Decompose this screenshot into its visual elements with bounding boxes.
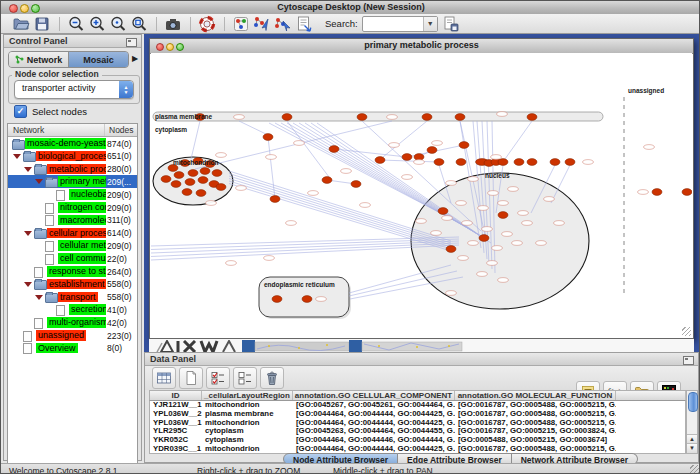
network-node[interactable] (479, 235, 489, 242)
tree-row-transport[interactable]: transport558(0) (8, 291, 137, 304)
network-node[interactable] (174, 172, 184, 179)
window-resize-grip[interactable] (682, 327, 691, 336)
expander-icon[interactable] (13, 154, 21, 159)
tree-col-network[interactable]: Network (13, 125, 44, 135)
network-node[interactable] (196, 190, 206, 197)
tree-row-metabolic-process[interactable]: metabolic process280(0) (8, 163, 137, 176)
network-node[interactable] (216, 184, 226, 191)
table-col-header[interactable]: _cellularLayoutRegion (202, 391, 293, 400)
network-node[interactable] (498, 159, 508, 166)
network-node[interactable] (527, 114, 537, 121)
tree-row-cellular-metabol[interactable]: cellular metabol209(0) (8, 239, 137, 252)
zoom-out-button[interactable] (66, 15, 85, 33)
zoom-view-icon[interactable] (176, 43, 184, 51)
select-nodes-checkbox[interactable]: ✓ (14, 105, 27, 118)
minimize-window-icon[interactable] (20, 4, 29, 13)
network-node[interactable] (550, 159, 560, 166)
search-dropdown-arrow-icon[interactable]: ▼ (423, 17, 437, 31)
network-node[interactable] (455, 114, 465, 121)
close-view-icon[interactable] (156, 43, 164, 51)
table-col-header[interactable]: annotation.GO MOLECULAR_FUNCTION (455, 391, 616, 400)
network-node[interactable] (514, 159, 524, 166)
network-node[interactable] (427, 147, 437, 154)
network-node[interactable] (446, 246, 456, 253)
network-node[interactable] (161, 176, 171, 183)
expander-icon[interactable] (35, 295, 43, 300)
filter-button[interactable] (294, 15, 313, 33)
select-attributes-button[interactable] (206, 367, 230, 389)
network-node[interactable] (185, 179, 195, 186)
network-node[interactable] (682, 189, 692, 196)
network-node[interactable] (434, 159, 444, 166)
table-col-header[interactable]: ID (150, 391, 202, 400)
zoom-in-button[interactable] (87, 15, 106, 33)
tree-row-nucleobase-[interactable]: nucleobase-209(0) (8, 188, 137, 201)
help-button[interactable] (197, 15, 216, 33)
search-box[interactable]: ▼ (362, 16, 438, 32)
vizmapper-button[interactable] (231, 15, 250, 33)
export-network-button[interactable] (273, 15, 292, 33)
network-node[interactable] (272, 296, 282, 303)
open-file-button[interactable] (11, 15, 30, 33)
tab-mosaic[interactable]: Mosaic (69, 52, 128, 67)
resize-grip[interactable] (690, 465, 700, 474)
tree-row-response-to-stimul[interactable]: response to stimul264(0) (8, 265, 137, 278)
tree-row-mosaic-demo-yeast[interactable]: mosaic-demo-yeast874(0) (8, 137, 137, 150)
tree-row-biological-process[interactable]: biological_process651(0) (8, 150, 137, 163)
table-row[interactable]: YJR121W__1mitochondrion[GO:0045267, GO:0… (150, 401, 685, 410)
tree-row-cellular-process[interactable]: cellular process614(0) (8, 227, 137, 240)
network-view-window[interactable]: primary metabolic process plasma (149, 38, 694, 339)
tree-row-nitrogen-compo[interactable]: nitrogen compo209(0) (8, 201, 137, 214)
network-node[interactable] (200, 168, 210, 175)
network-node[interactable] (302, 296, 312, 303)
new-attribute-button[interactable] (179, 367, 203, 389)
network-node[interactable] (322, 177, 332, 184)
network-node[interactable] (188, 170, 198, 177)
table-row[interactable]: YLR295Ccytoplasm[GO:0045263, GO:0044464,… (150, 427, 685, 436)
network-canvas[interactable]: plasma membrane cytoplasm mitochondrion … (151, 53, 692, 337)
expander-icon[interactable] (35, 179, 43, 184)
attribute-table-button[interactable] (152, 367, 176, 389)
save-session-button[interactable] (32, 15, 51, 33)
network-node[interactable] (198, 177, 208, 184)
tree-col-nodes[interactable]: Nodes (109, 125, 134, 135)
unselect-attributes-button[interactable] (233, 367, 257, 389)
network-node[interactable] (357, 114, 367, 121)
tree-row-unassigned[interactable]: unassigned223(0) (8, 329, 137, 342)
tree-row-multi-organism-pro[interactable]: multi-organism pro42(0) (8, 316, 137, 329)
float-panel-icon[interactable] (126, 38, 137, 47)
scroll-down-icon[interactable]: ▼ (687, 443, 697, 453)
search-input[interactable] (363, 17, 423, 31)
network-node[interactable] (375, 157, 385, 164)
import-network-button[interactable] (252, 15, 271, 33)
tab-network[interactable]: Network (9, 52, 69, 67)
network-node[interactable] (329, 146, 339, 153)
network-node[interactable] (456, 159, 466, 166)
tree-row-macromolecule[interactable]: macromolecule311(0) (8, 214, 137, 227)
float-panel-icon[interactable] (683, 356, 694, 365)
minimize-view-icon[interactable] (166, 43, 174, 51)
scrollbar-thumb[interactable] (688, 392, 698, 412)
network-node[interactable] (182, 189, 192, 196)
network-node[interactable] (422, 114, 432, 121)
network-node[interactable] (565, 159, 575, 166)
network-node[interactable] (402, 154, 412, 161)
network-node[interactable] (171, 181, 181, 188)
snapshot-button[interactable] (163, 15, 182, 33)
node-color-select[interactable]: transporter activity ▲▼ (14, 80, 134, 99)
network-node[interactable] (282, 114, 292, 121)
zoom-actual-button[interactable] (108, 15, 127, 33)
network-node[interactable] (270, 196, 280, 203)
search-options-button[interactable] (442, 15, 461, 33)
app-titlebar[interactable]: Cytoscape Desktop (New Session) (1, 1, 700, 15)
close-window-icon[interactable] (9, 4, 18, 13)
expander-icon[interactable] (24, 167, 32, 172)
network-node[interactable] (351, 181, 361, 188)
table-col-header[interactable]: annotation.GO CELLULAR_COMPONENT (293, 391, 455, 400)
table-scrollbar[interactable]: ▲ ▼ (686, 390, 698, 454)
network-node[interactable] (459, 142, 469, 149)
table-row[interactable]: YPL036W__2plasma membrane[GO:0044464, GO… (150, 410, 685, 419)
network-node[interactable] (652, 189, 662, 196)
tab-overflow-arrow-icon[interactable]: ▶ (130, 51, 140, 66)
tree-row-cell-communicat[interactable]: cell communicat22(0) (8, 252, 137, 265)
